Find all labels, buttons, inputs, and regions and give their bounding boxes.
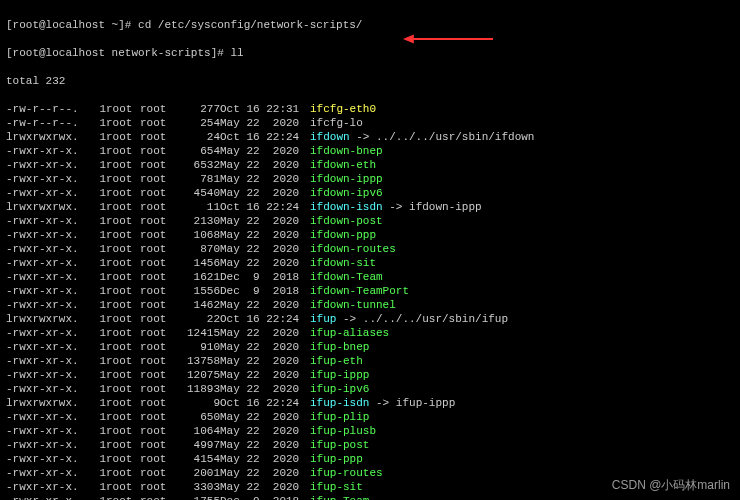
- list-item: -rwxr-xr-x.1 root root910 May 22 2020 if…: [6, 340, 734, 354]
- file-listing: -rw-r--r--.1 root root277 Oct 16 22:31 i…: [6, 102, 734, 500]
- file-name: ifup-sit: [310, 480, 363, 494]
- svg-marker-1: [403, 35, 414, 44]
- file-name: ifup-ipv6: [310, 382, 369, 396]
- file-name: ifdown-ipv6: [310, 186, 383, 200]
- file-name: ifdown-ippp: [310, 172, 383, 186]
- list-item: -rwxr-xr-x.1 root root11893 May 22 2020 …: [6, 382, 734, 396]
- list-item: -rwxr-xr-x.1 root root4154 May 22 2020 i…: [6, 452, 734, 466]
- file-name: ifdown-sit: [310, 256, 376, 270]
- list-item: -rwxr-xr-x.1 root root781 May 22 2020 if…: [6, 172, 734, 186]
- file-name: ifup-routes: [310, 466, 383, 480]
- file-name: ifdown-ppp: [310, 228, 376, 242]
- list-item: lrwxrwxrwx.1 root root9 Oct 16 22:24 ifu…: [6, 396, 734, 410]
- list-item: -rwxr-xr-x.1 root root650 May 22 2020 if…: [6, 410, 734, 424]
- list-item: -rwxr-xr-x.1 root root1755 Dec 9 2018 if…: [6, 494, 734, 500]
- terminal[interactable]: [root@localhost ~]# cd /etc/sysconfig/ne…: [0, 0, 740, 500]
- file-name: ifcfg-lo: [310, 116, 363, 130]
- list-item: -rwxr-xr-x.1 root root654 May 22 2020 if…: [6, 144, 734, 158]
- file-name: ifup-eth: [310, 354, 363, 368]
- file-name: ifdown-post: [310, 214, 383, 228]
- file-name: ifup-bnep: [310, 340, 369, 354]
- list-item: -rwxr-xr-x.1 root root1621 Dec 9 2018 if…: [6, 270, 734, 284]
- file-name: ifdown-TeamPort: [310, 284, 409, 298]
- list-item: -rwxr-xr-x.1 root root6532 May 22 2020 i…: [6, 158, 734, 172]
- list-item: -rwxr-xr-x.1 root root1462 May 22 2020 i…: [6, 298, 734, 312]
- prompt-line-1: [root@localhost ~]# cd /etc/sysconfig/ne…: [6, 18, 734, 32]
- list-item: -rwxr-xr-x.1 root root13758 May 22 2020 …: [6, 354, 734, 368]
- list-item: -rwxr-xr-x.1 root root1456 May 22 2020 i…: [6, 256, 734, 270]
- list-item: lrwxrwxrwx.1 root root22 Oct 16 22:24 if…: [6, 312, 734, 326]
- file-name: ifup-isdn: [310, 396, 369, 410]
- file-name: ifup-ppp: [310, 452, 363, 466]
- list-item: -rwxr-xr-x.1 root root1556 Dec 9 2018 if…: [6, 284, 734, 298]
- file-name: ifdown-routes: [310, 242, 396, 256]
- list-item: -rw-r--r--.1 root root254 May 22 2020 if…: [6, 116, 734, 130]
- file-name: ifup-aliases: [310, 326, 389, 340]
- list-item: -rwxr-xr-x.1 root root12415 May 22 2020 …: [6, 326, 734, 340]
- watermark: CSDN @小码林marlin: [612, 477, 730, 494]
- list-item: -rwxr-xr-x.1 root root12075 May 22 2020 …: [6, 368, 734, 382]
- list-item: -rwxr-xr-x.1 root root1068 May 22 2020 i…: [6, 228, 734, 242]
- file-name: ifup-ippp: [310, 368, 369, 382]
- file-name: ifdown-eth: [310, 158, 376, 172]
- list-item: lrwxrwxrwx.1 root root11 Oct 16 22:24 if…: [6, 200, 734, 214]
- total-line: total 232: [6, 74, 734, 88]
- file-name: ifcfg-eth0: [310, 102, 376, 116]
- file-name: ifdown-bnep: [310, 144, 383, 158]
- file-name: ifdown: [310, 130, 350, 144]
- list-item: -rwxr-xr-x.1 root root870 May 22 2020 if…: [6, 242, 734, 256]
- list-item: lrwxrwxrwx.1 root root24 Oct 16 22:24 if…: [6, 130, 734, 144]
- file-name: ifup-plip: [310, 410, 369, 424]
- file-name: ifup-Team: [310, 494, 369, 500]
- file-name: ifup: [310, 312, 336, 326]
- list-item: -rw-r--r--.1 root root277 Oct 16 22:31 i…: [6, 102, 734, 116]
- prompt-line-2: [root@localhost network-scripts]# ll: [6, 46, 734, 60]
- file-name: ifdown-tunnel: [310, 298, 396, 312]
- file-name: ifdown-isdn: [310, 200, 383, 214]
- list-item: -rwxr-xr-x.1 root root2130 May 22 2020 i…: [6, 214, 734, 228]
- file-name: ifup-post: [310, 438, 369, 452]
- file-name: ifdown-Team: [310, 270, 383, 284]
- list-item: -rwxr-xr-x.1 root root4997 May 22 2020 i…: [6, 438, 734, 452]
- annotation-arrow-icon: [390, 18, 480, 32]
- list-item: -rwxr-xr-x.1 root root4540 May 22 2020 i…: [6, 186, 734, 200]
- list-item: -rwxr-xr-x.1 root root1064 May 22 2020 i…: [6, 424, 734, 438]
- file-name: ifup-plusb: [310, 424, 376, 438]
